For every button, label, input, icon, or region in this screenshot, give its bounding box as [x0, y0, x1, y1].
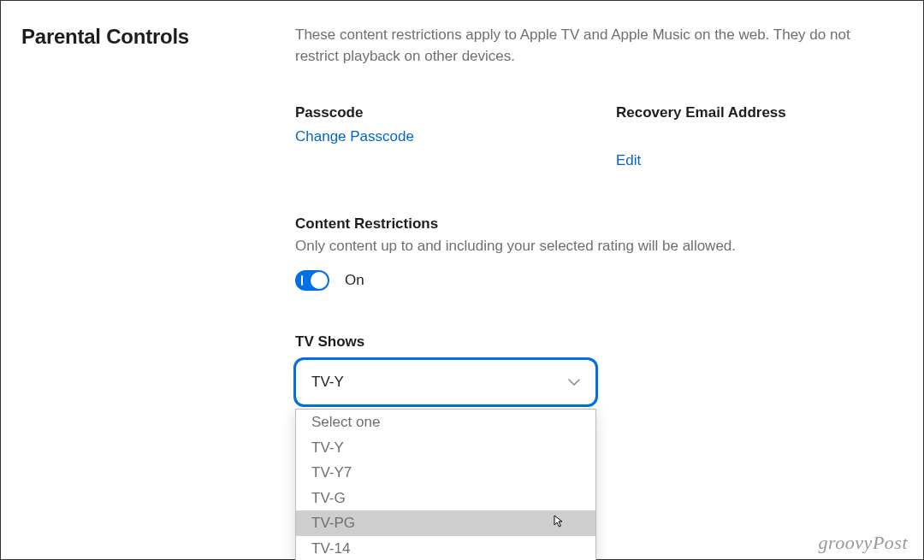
tv-shows-selected-value: TV-Y — [311, 374, 344, 391]
change-passcode-link[interactable]: Change Passcode — [295, 128, 414, 145]
dropdown-option[interactable]: TV-14 — [296, 536, 595, 560]
tv-shows-dropdown: Select oneTV-YTV-Y7TV-GTV-PGTV-14TV-MA — [295, 409, 596, 560]
page-description: These content restrictions apply to Appl… — [295, 25, 886, 67]
edit-recovery-email-link[interactable]: Edit — [616, 152, 641, 169]
dropdown-option[interactable]: TV-Y7 — [296, 460, 595, 486]
dropdown-option[interactable]: TV-PG — [296, 510, 595, 536]
toggle-state-label: On — [345, 272, 364, 289]
recovery-email-label: Recovery Email Address — [616, 104, 886, 121]
dropdown-option[interactable]: Select one — [296, 410, 595, 435]
page-title: Parental Controls — [21, 25, 295, 49]
content-restrictions-title: Content Restrictions — [295, 215, 886, 233]
content-restrictions-description: Only content up to and including your se… — [295, 238, 886, 255]
watermark: groovyPost — [819, 532, 908, 554]
content-restrictions-toggle[interactable] — [295, 270, 329, 291]
dropdown-option[interactable]: TV-G — [296, 486, 595, 511]
recovery-email-value — [616, 128, 779, 147]
chevron-down-icon — [568, 379, 580, 386]
dropdown-option[interactable]: TV-Y — [296, 435, 595, 461]
tv-shows-select[interactable]: TV-Y — [295, 359, 596, 405]
passcode-label: Passcode — [295, 104, 565, 121]
tv-shows-label: TV Shows — [295, 333, 886, 351]
